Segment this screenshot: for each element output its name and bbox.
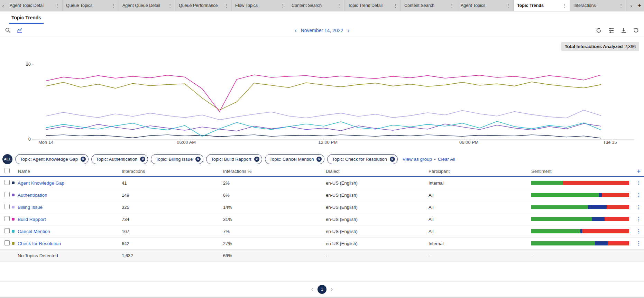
chip-close-icon[interactable]: × (390, 157, 395, 162)
name-cell: Authentication (12, 193, 122, 198)
tab-kebab-icon[interactable]: ⋮ (53, 3, 61, 8)
trend-chart[interactable]: 020Mon 1406:00 AM12:00 PM06:00 PMTue 15 (20, 61, 643, 151)
col-header-sentiment[interactable]: Sentiment (531, 169, 634, 174)
tab-agent-queue-detail[interactable]: Agent Queue Detail⋮ (119, 0, 175, 11)
tab-label: Queue Topics (66, 3, 92, 8)
topic-name[interactable]: Build Rapport (18, 217, 46, 222)
filter-chip-topic-agent-knowledge-gap[interactable]: Topic: Agent Knowledge Gap× (15, 154, 89, 164)
tab-queue-performance[interactable]: Queue Performance⋮ (175, 0, 232, 11)
chip-label: Topic: Cancel Mention (270, 157, 314, 162)
topic-name[interactable]: Check for Resolution (18, 241, 61, 246)
filter-chip-topic-build-rapport[interactable]: Topic: Build Rapport× (206, 154, 262, 164)
row-kebab-icon[interactable]: ⋮ (634, 228, 644, 234)
table-row: Build Rapport73431%en-US (English)All⋮ (0, 213, 644, 225)
col-header-interactions-pct[interactable]: Interactions % (223, 169, 326, 174)
tab-kebab-icon[interactable]: ⋮ (561, 3, 569, 8)
date-prev-icon[interactable]: ‹ (295, 28, 297, 33)
all-topics-button[interactable]: ALL (2, 154, 12, 164)
select-all-checkbox[interactable] (4, 168, 10, 173)
tab-topic-trends[interactable]: Topic Trends⋮ (514, 0, 570, 11)
chip-close-icon[interactable]: × (81, 157, 86, 162)
chip-close-icon[interactable]: × (316, 157, 322, 162)
current-page-button[interactable]: 1 (318, 285, 326, 294)
row-kebab-icon[interactable]: ⋮ (634, 204, 644, 210)
tab-kebab-icon[interactable]: ⋮ (335, 3, 343, 8)
tab-scroll-right-icon[interactable]: › (627, 3, 635, 9)
row-checkbox[interactable] (4, 216, 10, 221)
add-column-icon[interactable]: + (634, 168, 644, 175)
clear-all-link[interactable]: Clear All (438, 157, 455, 162)
col-header-dialect[interactable]: Dialect (326, 169, 429, 174)
name-cell: Cancel Mention (12, 229, 122, 234)
refresh-icon[interactable] (596, 27, 602, 34)
reset-view-icon[interactable] (633, 27, 639, 34)
col-header-participant[interactable]: Participant (429, 169, 531, 174)
line-chart-view-icon[interactable] (17, 27, 23, 34)
filter-chip-topic-billing-issue[interactable]: Topic: Billing Issue× (151, 154, 203, 164)
search-icon[interactable] (5, 27, 11, 34)
series-line-billing-issue (46, 110, 601, 120)
row-kebab-icon[interactable]: ⋮ (634, 240, 644, 246)
next-page-icon[interactable]: › (331, 286, 333, 293)
tab-content-search[interactable]: Content Search⋮ (288, 0, 344, 11)
export-download-icon[interactable] (620, 27, 627, 34)
tab-kebab-icon[interactable]: ⋮ (392, 3, 399, 8)
topic-name: No Topics Detected (12, 253, 58, 258)
row-checkbox[interactable] (4, 240, 10, 245)
row-checkbox[interactable] (4, 204, 10, 209)
row-kebab-icon[interactable]: ⋮ (634, 192, 644, 198)
filter-chip-topic-cancel-mention[interactable]: Topic: Cancel Mention× (265, 154, 325, 164)
tab-kebab-icon[interactable]: ⋮ (110, 3, 118, 8)
row-menu-cell: ⋮ (634, 192, 644, 198)
date-next-icon[interactable]: › (347, 28, 349, 33)
chip-close-icon[interactable]: × (140, 157, 145, 162)
col-header-name[interactable]: Name (12, 169, 122, 174)
date-navigator: ‹ November 14, 2022 › (295, 28, 349, 33)
topic-name[interactable]: Billing Issue (18, 205, 43, 210)
filter-settings-icon[interactable] (608, 27, 614, 34)
view-as-group-link[interactable]: View as group (403, 157, 432, 162)
tab-agent-topic-detail[interactable]: Agent Topic Detail⋮ (6, 0, 63, 11)
topic-name[interactable]: Cancel Mention (18, 229, 50, 234)
row-checkbox[interactable] (4, 192, 10, 197)
tab-queue-topics[interactable]: Queue Topics⋮ (63, 0, 119, 11)
row-checkbox[interactable] (4, 180, 10, 185)
dialect-cell: en-US (English) (326, 193, 429, 198)
chip-close-icon[interactable]: × (195, 157, 201, 162)
topic-name[interactable]: Authentication (18, 193, 47, 198)
tab-kebab-icon[interactable]: ⋮ (617, 3, 625, 8)
sentiment-cell (531, 205, 634, 209)
date-label[interactable]: November 14, 2022 (301, 28, 343, 33)
row-kebab-icon[interactable]: ⋮ (634, 180, 644, 186)
tab-content-search[interactable]: Content Search⋮ (401, 0, 457, 11)
sentiment-negative-segment (563, 181, 629, 185)
tab-topic-trend-detail[interactable]: Topic Trend Detail⋮ (344, 0, 401, 11)
tab-interactions[interactable]: Interactions⋮ (570, 0, 626, 11)
tab-kebab-icon[interactable]: ⋮ (166, 3, 174, 8)
tab-scroll-left-icon[interactable]: ‹ (0, 0, 6, 11)
tab-kebab-icon[interactable]: ⋮ (222, 3, 230, 8)
col-header-interactions[interactable]: Interactions (122, 169, 223, 174)
topic-name[interactable]: Agent Knowledge Gap (18, 180, 64, 186)
prev-page-icon[interactable]: ‹ (311, 286, 313, 293)
filter-chip-topic-authentication[interactable]: Topic: Authentication× (91, 154, 148, 164)
new-tab-button[interactable]: + (635, 0, 644, 11)
toolbar-left (5, 27, 23, 34)
chip-close-icon[interactable]: × (254, 157, 259, 162)
tab-bar-right: › + (627, 0, 644, 11)
table-bottom-spacer (0, 262, 644, 281)
participant-cell: Internal (429, 180, 531, 186)
tab-agent-topics[interactable]: Agent Topics⋮ (457, 0, 514, 11)
row-checkbox[interactable] (4, 228, 10, 233)
filter-chip-topic-check-for-resolution[interactable]: Topic: Check for Resolution× (327, 154, 397, 164)
tab-kebab-icon[interactable]: ⋮ (504, 3, 512, 8)
tab-topic-trends-view[interactable]: Topic Trends (9, 12, 44, 24)
tab-kebab-icon[interactable]: ⋮ (448, 3, 456, 8)
tab-label: Content Search (292, 3, 322, 8)
tab-kebab-icon[interactable]: ⋮ (279, 3, 287, 8)
checkbox-cell (0, 192, 12, 198)
tab-flow-topics[interactable]: Flow Topics⋮ (232, 0, 288, 11)
row-kebab-icon[interactable]: ⋮ (634, 216, 644, 222)
bottom-scrollbar-strip[interactable] (0, 297, 644, 298)
table-row: Cancel Mention1677%en-US (English)All⋮ (0, 225, 644, 238)
